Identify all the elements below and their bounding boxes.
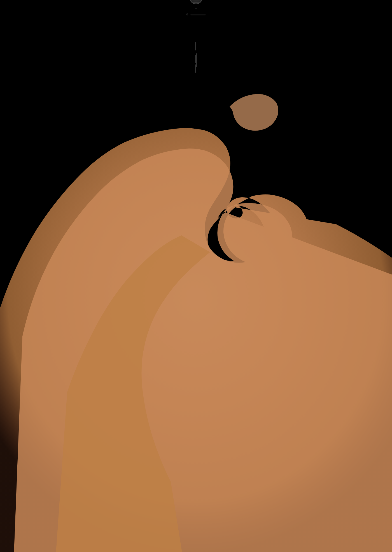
home-button-inner xyxy=(191,0,201,3)
speaker-grille xyxy=(190,14,206,15)
hand-graphic xyxy=(0,0,392,552)
front-camera-icon xyxy=(186,13,188,15)
